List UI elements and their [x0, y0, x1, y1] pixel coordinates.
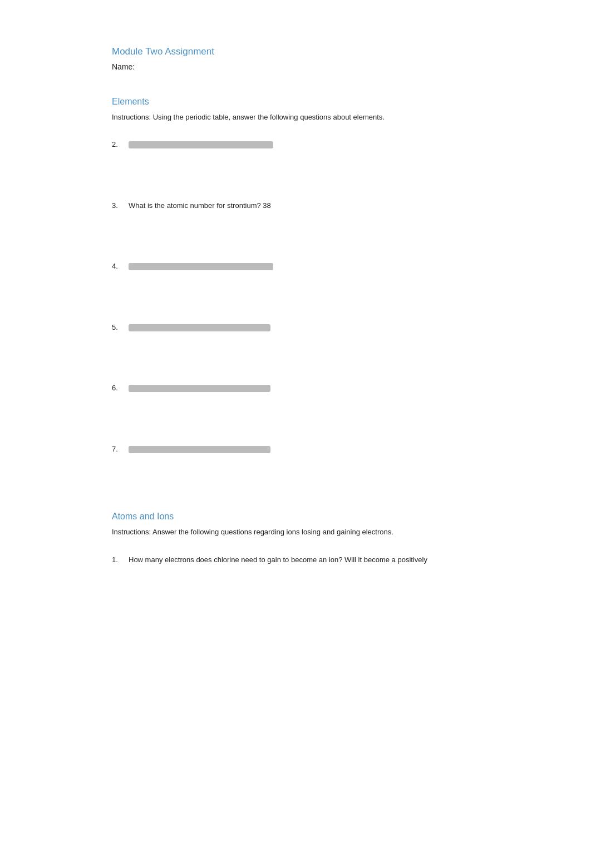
question-item: 5. — [112, 322, 501, 333]
question-item: 6. — [112, 383, 501, 394]
question-text — [129, 261, 501, 272]
elements-section-title: Elements — [112, 95, 501, 108]
question-text: What is the atomic number for strontium?… — [129, 200, 501, 211]
elements-instructions: Instructions: Using the periodic table, … — [112, 112, 501, 123]
atoms-section-title: Atoms and Ions — [112, 510, 501, 523]
page-container: Module Two Assignment Name: Elements Ins… — [56, 0, 535, 621]
document-title: Module Two Assignment — [112, 44, 501, 59]
question-number: 6. — [112, 383, 129, 394]
question-item: 7. — [112, 444, 501, 455]
question-text — [129, 322, 501, 333]
question-number: 3. — [112, 200, 129, 211]
question-number: 2. — [112, 139, 129, 150]
blurred-question-text — [129, 324, 270, 331]
atoms-instructions: Instructions: Answer the following quest… — [112, 527, 501, 538]
question-number: 7. — [112, 444, 129, 455]
blurred-question-text — [129, 446, 270, 453]
atoms-question-number: 1. — [112, 554, 129, 566]
question-text — [129, 139, 501, 150]
question-text — [129, 383, 501, 394]
question-text — [129, 444, 501, 455]
atoms-question-item: 1. How many electrons does chlorine need… — [112, 554, 501, 566]
question-item: 4. — [112, 261, 501, 272]
question-item: 2. — [112, 139, 501, 150]
atoms-question-text: How many electrons does chlorine need to… — [129, 554, 501, 566]
question-number: 4. — [112, 261, 129, 272]
blurred-question-text — [129, 385, 270, 392]
question-number: 5. — [112, 322, 129, 333]
question-item: 3. What is the atomic number for stronti… — [112, 200, 501, 211]
atoms-and-ions-section: Atoms and Ions Instructions: Answer the … — [112, 510, 501, 565]
blurred-question-text — [129, 141, 273, 148]
document-name: Name: — [112, 61, 501, 73]
blurred-question-text — [129, 263, 273, 270]
